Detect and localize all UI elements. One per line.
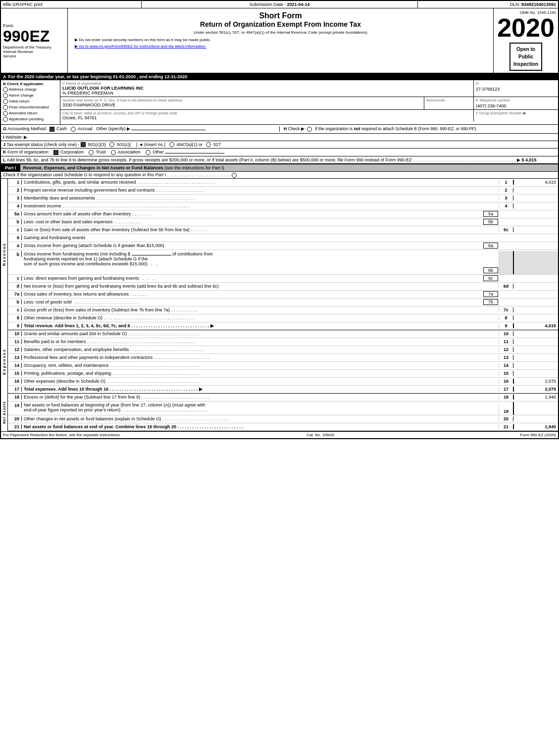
- assoc-radio[interactable]: [111, 150, 116, 155]
- under-section: Under section 501(c), 527, or 4947(a)(1)…: [70, 30, 491, 35]
- line-13: 13 Professional fees and other payments …: [8, 354, 558, 362]
- revenue-lines: 1 Contributions, gifts, grants, and simi…: [8, 179, 558, 330]
- section-j: J Tax-exempt status (check only one) - 5…: [1, 141, 558, 149]
- initial-return-radio[interactable]: [3, 99, 8, 104]
- line-7b: b Less: cost of goods sold . . . . . . .…: [8, 299, 558, 306]
- 501c-radio[interactable]: [109, 142, 114, 147]
- line-11: 11 Benefits paid to or for members . . .…: [8, 338, 558, 346]
- form-number: 990EZ: [3, 28, 65, 44]
- final-return-radio[interactable]: [3, 105, 8, 110]
- line-5b: b Less: cost or other basis and sales ex…: [8, 218, 558, 226]
- dln: DLN: 93492104013591: [418, 1, 558, 8]
- other-radio[interactable]: [146, 150, 151, 155]
- corp-checkbox[interactable]: [53, 150, 58, 155]
- line-20: 20 Other changes in net assets or fund b…: [8, 415, 558, 423]
- year-omb-block: OMB No. 1545-1150 2020 Open toPublicInsp…: [494, 8, 558, 73]
- section-l: L Add lines 5b, 6c, and 7b to line 9 to …: [1, 156, 558, 164]
- line-18: 18 Excess or (deficit) for the year (Sub…: [8, 394, 558, 402]
- line-9: 9 Total revenue. Add lines 1, 2, 3, 4, 5…: [8, 322, 558, 330]
- accrual-radio[interactable]: [71, 127, 76, 132]
- h-check-radio[interactable]: [307, 127, 312, 132]
- net-assets-section: Net Assets 18 Excess or (deficit) for th…: [1, 394, 558, 431]
- line-19: 19 Net assets or fund balances at beginn…: [8, 402, 558, 415]
- form-title-block: Short Form Return of Organization Exempt…: [68, 8, 494, 73]
- efile-label: efile GRAPHIC print: [1, 1, 142, 8]
- part1-header: Part I Revenue, Expenses, and Changes in…: [1, 164, 558, 172]
- line-1: 1 Contributions, gifts, grants, and simi…: [8, 179, 558, 187]
- section-b: B Check if applicable: Address charge Na…: [1, 80, 60, 124]
- line-7c: c Gross profit or (loss) from sales of i…: [8, 306, 558, 314]
- line-6a: a Gross income from gaming (attach Sched…: [8, 242, 558, 250]
- revenue-side-label: Revenue: [1, 179, 8, 330]
- line-4: 4 Investment income . . . . . . . . . . …: [8, 202, 558, 210]
- section-i: I Website: ▶: [1, 134, 558, 141]
- line-10: 10 Grants and similar amounts paid (list…: [8, 330, 558, 338]
- trust-radio[interactable]: [89, 150, 94, 155]
- net-assets-side-label: Net Assets: [1, 394, 8, 431]
- line-3: 3 Membership dues and assessments . . . …: [8, 195, 558, 202]
- line-6c: c Less: direct expenses from gaming and …: [8, 275, 558, 283]
- short-form-title: Short Form: [70, 11, 491, 20]
- revenue-section: Revenue 1 Contributions, gifts, grants, …: [1, 179, 558, 330]
- footer-cat-no: Cat. No. 10642I: [306, 433, 334, 437]
- footer-form-ref: Form 990-EZ (2020): [520, 433, 556, 437]
- footer: For Paperwork Reduction Act Notice, see …: [1, 431, 558, 438]
- line-21: 21 Net assets or fund balances at end of…: [8, 423, 558, 431]
- open-to-public-badge: Open toPublicInspection: [509, 43, 542, 71]
- net-assets-lines: 18 Excess or (deficit) for the year (Sub…: [8, 394, 558, 431]
- line-6b: b Gross income from fundraising events (…: [8, 250, 558, 275]
- line-5c: c Gain or (loss) from sale of assets oth…: [8, 226, 558, 234]
- line-15: 15 Printing, publications, postage, and …: [8, 370, 558, 378]
- section-a-bar: A For the 2020 calendar year, or tax yea…: [1, 73, 558, 80]
- name-change-radio[interactable]: [3, 93, 8, 98]
- 527-radio[interactable]: [206, 142, 211, 147]
- part1-schedule-check: Check if the organization used Schedule …: [1, 172, 558, 179]
- section-k: K Form of organization: Corporation Trus…: [1, 149, 558, 156]
- 501c3-checkbox[interactable]: [81, 142, 86, 147]
- amended-return-radio[interactable]: [3, 111, 8, 116]
- line-17: 17 Total expenses. Add lines 10 through …: [8, 386, 558, 394]
- app-pending-radio[interactable]: [3, 117, 8, 122]
- section-gh: G Accounting Method: Cash Accrual Other …: [1, 125, 558, 134]
- expenses-section: Expenses 10 Grants and similar amounts p…: [1, 330, 558, 394]
- line-5a: 5a Gross amount from sale of assets othe…: [8, 210, 558, 218]
- line-6: 6 Gaming and fundraising events: [8, 234, 558, 242]
- section-cdef: C Name of organization LUCID OUTLOOK FOR…: [60, 80, 558, 124]
- expenses-lines: 10 Grants and similar amounts paid (list…: [8, 330, 558, 394]
- schedule-o-radio[interactable]: [232, 173, 237, 178]
- page-wrapper: efile GRAPHIC print Submission Date - 20…: [0, 0, 559, 439]
- 4947-radio[interactable]: [169, 142, 174, 147]
- line-16: 16 Other expenses (describe in Schedule …: [8, 378, 558, 386]
- irs-link: ▶ Go to www.irs.gov/Form990EZ for instru…: [70, 44, 491, 49]
- address-charge-radio[interactable]: [3, 87, 8, 92]
- cash-checkbox[interactable]: [50, 127, 54, 132]
- line-14: 14 Occupancy, rent, utilities, and maint…: [8, 362, 558, 370]
- submission-date: Submission Date - 2021-04-14: [142, 1, 418, 8]
- footer-paperwork: For Paperwork Reduction Act Notice, see …: [3, 433, 121, 437]
- line-12: 12 Salaries, other compensation, and emp…: [8, 346, 558, 354]
- line-7a: 7a Gross sales of inventory, less return…: [8, 291, 558, 299]
- line-6d: d Net income or (loss) from gaming and f…: [8, 283, 558, 291]
- form-number-block: Form 990EZ Department of the Treasury In…: [1, 8, 68, 73]
- expenses-side-label: Expenses: [1, 330, 8, 394]
- year-display: 2020: [497, 15, 555, 41]
- line-8: 8 Other revenue (describe in Schedule O)…: [8, 314, 558, 322]
- ssn-note: ▶ Do not enter social security numbers o…: [70, 38, 491, 42]
- line-2: 2 Program service revenue including gove…: [8, 187, 558, 195]
- return-title: Return of Organization Exempt From Incom…: [70, 20, 491, 28]
